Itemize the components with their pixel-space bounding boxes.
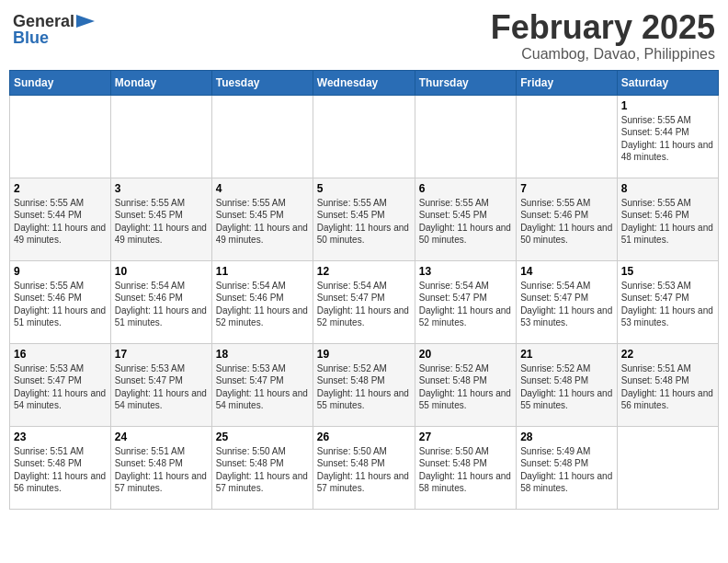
calendar-cell: 9Sunrise: 5:55 AMSunset: 5:46 PMDaylight… xyxy=(10,260,111,343)
day-info: Sunrise: 5:52 AMSunset: 5:48 PMDaylight:… xyxy=(419,362,512,412)
day-number: 25 xyxy=(216,431,309,443)
calendar-cell xyxy=(415,95,516,178)
page-header: General Blue February 2025 Cuambog, Dava… xyxy=(9,9,719,63)
day-number: 20 xyxy=(419,348,512,361)
day-number: 26 xyxy=(317,431,411,443)
day-info: Sunrise: 5:52 AMSunset: 5:48 PMDaylight:… xyxy=(520,362,613,412)
day-number: 9 xyxy=(14,265,107,278)
calendar-header-row: SundayMondayTuesdayWednesdayThursdayFrid… xyxy=(10,70,719,95)
title-area: February 2025 Cuambog, Davao, Philippine… xyxy=(491,9,715,63)
logo-general-text: General xyxy=(13,13,74,29)
calendar-cell: 23Sunrise: 5:51 AMSunset: 5:48 PMDayligh… xyxy=(10,426,111,509)
calendar-cell xyxy=(10,95,111,178)
calendar-cell: 6Sunrise: 5:55 AMSunset: 5:45 PMDaylight… xyxy=(415,178,516,260)
calendar-cell: 15Sunrise: 5:53 AMSunset: 5:47 PMDayligh… xyxy=(617,260,718,343)
logo-flag-icon xyxy=(76,15,95,28)
day-info: Sunrise: 5:55 AMSunset: 5:45 PMDaylight:… xyxy=(216,197,309,247)
svg-marker-0 xyxy=(76,15,95,28)
day-number: 28 xyxy=(520,431,613,443)
calendar-cell: 26Sunrise: 5:50 AMSunset: 5:48 PMDayligh… xyxy=(313,426,415,509)
weekday-header-monday: Monday xyxy=(110,70,211,95)
calendar-cell: 24Sunrise: 5:51 AMSunset: 5:48 PMDayligh… xyxy=(110,426,211,509)
weekday-header-sunday: Sunday xyxy=(10,70,111,95)
weekday-header-friday: Friday xyxy=(517,70,618,95)
calendar-cell: 22Sunrise: 5:51 AMSunset: 5:48 PMDayligh… xyxy=(617,343,718,426)
calendar-cell: 18Sunrise: 5:53 AMSunset: 5:47 PMDayligh… xyxy=(211,343,313,426)
day-info: Sunrise: 5:53 AMSunset: 5:47 PMDaylight:… xyxy=(14,362,107,412)
day-number: 18 xyxy=(216,348,309,361)
day-info: Sunrise: 5:50 AMSunset: 5:48 PMDaylight:… xyxy=(216,445,309,495)
day-info: Sunrise: 5:50 AMSunset: 5:48 PMDaylight:… xyxy=(419,445,512,495)
day-number: 22 xyxy=(621,348,714,361)
weekday-header-tuesday: Tuesday xyxy=(211,70,313,95)
calendar-cell: 20Sunrise: 5:52 AMSunset: 5:48 PMDayligh… xyxy=(415,343,516,426)
day-info: Sunrise: 5:53 AMSunset: 5:47 PMDaylight:… xyxy=(115,362,208,412)
day-info: Sunrise: 5:54 AMSunset: 5:47 PMDaylight:… xyxy=(317,280,411,329)
calendar-cell: 13Sunrise: 5:54 AMSunset: 5:47 PMDayligh… xyxy=(415,260,516,343)
calendar-cell: 5Sunrise: 5:55 AMSunset: 5:45 PMDaylight… xyxy=(313,178,415,260)
location-subtitle: Cuambog, Davao, Philippines xyxy=(491,46,715,63)
calendar-week-row: 23Sunrise: 5:51 AMSunset: 5:48 PMDayligh… xyxy=(10,426,719,509)
month-year-title: February 2025 xyxy=(491,9,715,46)
day-number: 3 xyxy=(115,182,208,195)
day-number: 21 xyxy=(520,348,613,361)
calendar-cell: 8Sunrise: 5:55 AMSunset: 5:46 PMDaylight… xyxy=(617,178,718,260)
day-info: Sunrise: 5:54 AMSunset: 5:46 PMDaylight:… xyxy=(216,280,309,329)
day-info: Sunrise: 5:54 AMSunset: 5:46 PMDaylight:… xyxy=(115,280,208,329)
calendar-cell: 12Sunrise: 5:54 AMSunset: 5:47 PMDayligh… xyxy=(313,260,415,343)
calendar-week-row: 9Sunrise: 5:55 AMSunset: 5:46 PMDaylight… xyxy=(10,260,719,343)
day-info: Sunrise: 5:55 AMSunset: 5:46 PMDaylight:… xyxy=(621,197,714,247)
calendar-cell: 19Sunrise: 5:52 AMSunset: 5:48 PMDayligh… xyxy=(313,343,415,426)
day-number: 6 xyxy=(419,182,512,195)
day-info: Sunrise: 5:55 AMSunset: 5:46 PMDaylight:… xyxy=(14,280,107,329)
day-info: Sunrise: 5:50 AMSunset: 5:48 PMDaylight:… xyxy=(317,445,411,495)
day-number: 8 xyxy=(621,182,714,195)
day-info: Sunrise: 5:55 AMSunset: 5:44 PMDaylight:… xyxy=(14,197,107,247)
calendar-cell: 2Sunrise: 5:55 AMSunset: 5:44 PMDaylight… xyxy=(10,178,111,260)
day-info: Sunrise: 5:55 AMSunset: 5:44 PMDaylight:… xyxy=(621,114,714,164)
logo: General Blue xyxy=(13,13,95,46)
calendar-table: SundayMondayTuesdayWednesdayThursdayFrid… xyxy=(9,70,719,510)
day-number: 13 xyxy=(419,265,512,278)
calendar-week-row: 2Sunrise: 5:55 AMSunset: 5:44 PMDaylight… xyxy=(10,178,719,260)
calendar-cell: 11Sunrise: 5:54 AMSunset: 5:46 PMDayligh… xyxy=(211,260,313,343)
calendar-cell: 25Sunrise: 5:50 AMSunset: 5:48 PMDayligh… xyxy=(211,426,313,509)
weekday-header-thursday: Thursday xyxy=(415,70,516,95)
day-number: 12 xyxy=(317,265,411,278)
calendar-cell: 16Sunrise: 5:53 AMSunset: 5:47 PMDayligh… xyxy=(10,343,111,426)
calendar-cell: 27Sunrise: 5:50 AMSunset: 5:48 PMDayligh… xyxy=(415,426,516,509)
weekday-header-wednesday: Wednesday xyxy=(313,70,415,95)
day-number: 10 xyxy=(115,265,208,278)
day-number: 17 xyxy=(115,348,208,361)
day-number: 24 xyxy=(115,431,208,443)
day-number: 16 xyxy=(14,348,107,361)
calendar-week-row: 16Sunrise: 5:53 AMSunset: 5:47 PMDayligh… xyxy=(10,343,719,426)
logo-blue-text: Blue xyxy=(13,29,49,46)
day-info: Sunrise: 5:51 AMSunset: 5:48 PMDaylight:… xyxy=(621,362,714,412)
calendar-cell: 4Sunrise: 5:55 AMSunset: 5:45 PMDaylight… xyxy=(211,178,313,260)
calendar-cell xyxy=(313,95,415,178)
day-info: Sunrise: 5:52 AMSunset: 5:48 PMDaylight:… xyxy=(317,362,411,412)
day-info: Sunrise: 5:51 AMSunset: 5:48 PMDaylight:… xyxy=(14,445,107,495)
day-info: Sunrise: 5:54 AMSunset: 5:47 PMDaylight:… xyxy=(520,280,613,329)
day-info: Sunrise: 5:53 AMSunset: 5:47 PMDaylight:… xyxy=(216,362,309,412)
day-info: Sunrise: 5:55 AMSunset: 5:45 PMDaylight:… xyxy=(317,197,411,247)
calendar-cell xyxy=(517,95,618,178)
calendar-cell: 28Sunrise: 5:49 AMSunset: 5:48 PMDayligh… xyxy=(517,426,618,509)
day-number: 7 xyxy=(520,182,613,195)
day-number: 14 xyxy=(520,265,613,278)
day-number: 11 xyxy=(216,265,309,278)
day-number: 5 xyxy=(317,182,411,195)
day-info: Sunrise: 5:49 AMSunset: 5:48 PMDaylight:… xyxy=(520,445,613,495)
day-info: Sunrise: 5:51 AMSunset: 5:48 PMDaylight:… xyxy=(115,445,208,495)
weekday-header-saturday: Saturday xyxy=(617,70,718,95)
day-info: Sunrise: 5:55 AMSunset: 5:45 PMDaylight:… xyxy=(419,197,512,247)
calendar-cell: 17Sunrise: 5:53 AMSunset: 5:47 PMDayligh… xyxy=(110,343,211,426)
calendar-cell: 14Sunrise: 5:54 AMSunset: 5:47 PMDayligh… xyxy=(517,260,618,343)
day-number: 23 xyxy=(14,431,107,443)
calendar-week-row: 1Sunrise: 5:55 AMSunset: 5:44 PMDaylight… xyxy=(10,95,719,178)
day-number: 19 xyxy=(317,348,411,361)
day-info: Sunrise: 5:54 AMSunset: 5:47 PMDaylight:… xyxy=(419,280,512,329)
day-number: 1 xyxy=(621,99,714,112)
day-number: 2 xyxy=(14,182,107,195)
